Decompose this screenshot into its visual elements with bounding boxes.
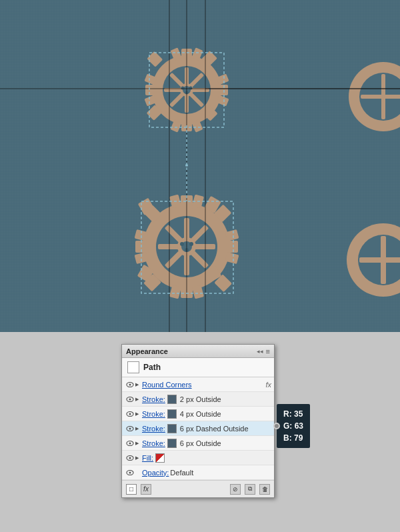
expand-arrow[interactable]: ▶ bbox=[135, 382, 142, 387]
tooltip-b: B: 79 bbox=[283, 432, 303, 444]
expand-arrow-2[interactable]: ▶ bbox=[135, 397, 142, 402]
stroke-3-swatch[interactable] bbox=[167, 424, 177, 433]
new-layer-icon[interactable]: □ bbox=[126, 484, 137, 495]
visibility-icon-3[interactable] bbox=[125, 409, 135, 419]
appearance-row-fill: ▶ Fill: bbox=[122, 451, 274, 465]
menu-icon[interactable]: ≡ bbox=[266, 347, 270, 355]
expand-arrow-3[interactable]: ▶ bbox=[135, 411, 142, 417]
canvas-svg bbox=[0, 0, 400, 332]
panel-controls[interactable]: ◂◂ ≡ bbox=[257, 347, 270, 355]
tooltip-r: R: 35 bbox=[283, 408, 303, 420]
fill-swatch[interactable] bbox=[155, 453, 165, 463]
svg-point-29 bbox=[189, 87, 193, 90]
appearance-row-opacity: ▶ Opacity: Default bbox=[122, 465, 274, 480]
delete-button[interactable]: 🗑 bbox=[259, 484, 270, 495]
visibility-icon[interactable] bbox=[125, 380, 135, 389]
svg-point-77 bbox=[185, 164, 188, 167]
path-icon bbox=[127, 361, 139, 373]
appearance-row-stroke-4: ▶ Stroke: 6 px Outside bbox=[122, 436, 274, 451]
visibility-icon-7[interactable] bbox=[125, 468, 135, 477]
stroke-4-value: 6 px Outside bbox=[180, 439, 271, 447]
svg-rect-34 bbox=[225, 241, 238, 253]
stroke-1-value: 2 px Outside bbox=[180, 395, 271, 403]
svg-point-59 bbox=[180, 242, 184, 246]
svg-rect-8 bbox=[145, 85, 157, 95]
panel-footer: □ fx ⊘ ⧉ 🗑 bbox=[122, 480, 274, 497]
panel-title: Appearance bbox=[126, 347, 168, 355]
svg-point-80 bbox=[129, 383, 131, 385]
svg-rect-7 bbox=[216, 85, 228, 95]
stroke-4-swatch[interactable] bbox=[167, 439, 177, 448]
svg-rect-35 bbox=[135, 241, 149, 253]
path-header-row: Path bbox=[122, 358, 274, 377]
round-corners-label[interactable]: Round Corners bbox=[142, 381, 192, 389]
stroke-1-label[interactable]: Stroke: bbox=[142, 395, 165, 403]
svg-point-86 bbox=[129, 427, 131, 429]
appearance-row-stroke-1: ▶ Stroke: 2 px Outside bbox=[122, 392, 274, 407]
duplicate-button[interactable]: ⧉ bbox=[245, 484, 255, 495]
appearance-row-round-corners: ▶ Round Corners fx bbox=[122, 377, 274, 392]
stroke-2-swatch[interactable] bbox=[167, 409, 177, 419]
svg-point-60 bbox=[189, 242, 193, 246]
stroke-2-label[interactable]: Stroke: bbox=[142, 410, 165, 418]
svg-point-84 bbox=[129, 413, 131, 415]
stroke-4-label[interactable]: Stroke: bbox=[142, 439, 165, 447]
fill-label[interactable]: Fill: bbox=[142, 454, 153, 462]
svg-point-88 bbox=[129, 442, 131, 444]
svg-rect-69 bbox=[359, 257, 400, 263]
stroke-3-label[interactable]: Stroke: bbox=[142, 425, 165, 433]
tooltip-connector bbox=[273, 423, 280, 429]
svg-point-92 bbox=[129, 471, 131, 473]
appearance-row-stroke-3: ▶ Stroke: 6 px Dashed Outside bbox=[122, 421, 274, 436]
path-label: Path bbox=[143, 363, 161, 372]
stroke-2-value: 4 px Outside bbox=[180, 410, 271, 418]
collapse-icon[interactable]: ◂◂ bbox=[257, 348, 263, 355]
appearance-panel: Appearance ◂◂ ≡ Path ▶ Round Corners fx bbox=[121, 344, 275, 498]
canvas-bottom: Appearance ◂◂ ≡ Path ▶ Round Corners fx bbox=[0, 332, 400, 532]
opacity-value: Default bbox=[170, 469, 271, 477]
tooltip-g: G: 63 bbox=[283, 420, 303, 432]
svg-rect-65 bbox=[361, 95, 400, 99]
visibility-icon-5[interactable] bbox=[125, 439, 135, 448]
visibility-icon-4[interactable] bbox=[125, 424, 135, 433]
stroke-3-value: 6 px Dashed Outside bbox=[180, 425, 271, 433]
fx-button[interactable]: fx bbox=[141, 484, 151, 495]
svg-point-28 bbox=[181, 87, 185, 90]
stroke-1-swatch[interactable] bbox=[167, 395, 177, 404]
appearance-row-stroke-2: ▶ Stroke: 4 px Outside bbox=[122, 407, 274, 421]
canvas-area bbox=[0, 0, 400, 332]
svg-point-82 bbox=[129, 398, 131, 400]
color-tooltip: R: 35 G: 63 B: 79 bbox=[277, 404, 310, 448]
visibility-icon-6[interactable] bbox=[125, 453, 135, 463]
expand-arrow-5[interactable]: ▶ bbox=[135, 441, 142, 446]
fx-badge: fx bbox=[265, 381, 271, 389]
expand-arrow-7: ▶ bbox=[135, 470, 142, 475]
expand-arrow-4[interactable]: ▶ bbox=[135, 426, 142, 431]
expand-arrow-6[interactable]: ▶ bbox=[135, 455, 142, 461]
svg-point-90 bbox=[129, 457, 131, 459]
clear-button[interactable]: ⊘ bbox=[230, 484, 241, 495]
visibility-icon-2[interactable] bbox=[125, 395, 135, 404]
panel-titlebar: Appearance ◂◂ ≡ bbox=[122, 345, 274, 358]
opacity-label[interactable]: Opacity: bbox=[142, 469, 169, 477]
